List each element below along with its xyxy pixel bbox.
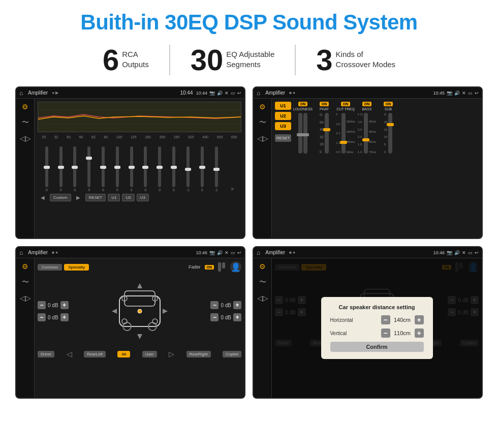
slider-thumb-1[interactable] [44, 166, 50, 169]
topbar-1: ⌂ Amplifier ● ▶ 10:44 10:44 📷 🔊 ✕ ▭ ↩ [16, 87, 244, 99]
eq-icon-2[interactable]: ⚙ [259, 103, 266, 111]
slider-thumb-7[interactable] [129, 166, 135, 169]
screen-main-2: U1 U2 U3 RESET ON LOUDNESS [272, 99, 482, 238]
sub-slider[interactable] [388, 113, 392, 154]
amp2-u3-btn[interactable]: U3 [275, 122, 291, 130]
bass-slider[interactable] [364, 113, 368, 154]
amp2-u1-btn[interactable]: U1 [275, 102, 291, 110]
phat-slider[interactable] [325, 113, 329, 154]
wave-icon-3[interactable]: 〜 [22, 278, 29, 287]
slider-thumb-4[interactable] [86, 157, 92, 160]
rr-plus-btn[interactable]: + [233, 313, 241, 321]
wave-icon-2[interactable]: 〜 [259, 118, 266, 127]
home-icon-1[interactable]: ⌂ [19, 89, 23, 97]
slider-thumb-3[interactable] [72, 166, 78, 169]
rearleft-btn-3[interactable]: RearLeft [84, 351, 106, 357]
eq-more-icon[interactable]: » [231, 186, 234, 192]
slider-thumb-10[interactable] [171, 166, 177, 169]
speaker-icon-4[interactable]: ◁▷ [257, 294, 268, 302]
cutfreq-slider[interactable] [341, 113, 346, 154]
eq-prev-btn[interactable]: ◀ [38, 194, 48, 201]
rr-minus-btn[interactable]: − [210, 313, 219, 321]
loudness-thumb2[interactable] [302, 133, 309, 136]
tab-specialty-3[interactable]: Specialty [64, 264, 88, 271]
rl-plus-btn[interactable]: + [60, 313, 69, 321]
eq-u1-btn[interactable]: U1 [108, 194, 120, 201]
eq-icon-3[interactable]: ⚙ [22, 262, 28, 271]
slider-thumb-13[interactable] [213, 168, 220, 171]
eq-sliders-row: 0 0 0 [38, 141, 241, 192]
vertical-minus-btn[interactable]: − [381, 328, 390, 338]
fl-plus-btn[interactable]: + [60, 301, 69, 309]
slider-track-3[interactable] [73, 146, 76, 187]
loudness-slider2[interactable] [303, 113, 307, 154]
user-btn-3[interactable]: User [142, 351, 157, 357]
home-icon-3[interactable]: ⌂ [19, 249, 23, 256]
slider-thumb-8[interactable] [142, 166, 148, 169]
eq-u3-btn[interactable]: U3 [137, 194, 149, 201]
horizontal-minus-btn[interactable]: − [381, 315, 390, 324]
home-icon-4[interactable]: ⌂ [257, 249, 260, 256]
eq-u2-btn[interactable]: U2 [122, 194, 134, 201]
eq-icon-4[interactable]: ⚙ [259, 262, 266, 271]
slider-track-5[interactable] [102, 146, 105, 187]
slider-track-13[interactable] [215, 146, 218, 187]
slider-thumb-9[interactable] [157, 166, 163, 169]
cutfreq-thumb[interactable] [340, 141, 347, 144]
all-btn-3[interactable]: All [117, 351, 130, 357]
speaker-icon-1[interactable]: ◁▷ [20, 134, 31, 142]
left-arrow-3[interactable]: ◁ [67, 350, 72, 358]
wave-icon-1[interactable]: 〜 [22, 118, 29, 127]
slider-thumb-6[interactable] [114, 166, 120, 169]
confirm-btn[interactable]: Confirm [330, 342, 424, 352]
speaker-icon-2[interactable]: ◁▷ [257, 134, 268, 142]
slider-track-7[interactable] [130, 146, 133, 187]
slider-thumb-2[interactable] [58, 166, 64, 169]
right-arrow-3[interactable]: ▷ [169, 350, 174, 358]
phat-thumb[interactable] [323, 128, 330, 131]
slider-track-2[interactable] [59, 146, 63, 187]
fader-on-3[interactable]: ON [205, 265, 214, 270]
speaker-icon-3[interactable]: ◁▷ [20, 294, 31, 302]
eq-reset-btn[interactable]: RESET [85, 194, 106, 201]
slider-track-8[interactable] [144, 146, 147, 187]
eq-slider-3: 0 [73, 146, 76, 192]
tab-common-3[interactable]: Common [38, 264, 62, 271]
driver-btn-3[interactable]: Driver [38, 351, 54, 357]
fr-minus-btn[interactable]: − [210, 301, 219, 309]
slider-track-4[interactable] [87, 146, 90, 187]
bass-thumb[interactable] [362, 138, 369, 141]
eq-custom-btn[interactable]: Custom [50, 194, 71, 201]
screen-body-3: ⚙ 〜 ◁▷ Common Specialty Fader ON [16, 258, 244, 398]
slider-thumb-12[interactable] [199, 166, 205, 169]
wave-icon-4[interactable]: 〜 [259, 278, 266, 287]
db-row-rl: − 0 dB + [38, 313, 69, 321]
slider-track-1[interactable] [45, 146, 48, 187]
fl-minus-btn[interactable]: − [38, 301, 46, 309]
copilot-btn-3[interactable]: Copilot [223, 351, 241, 357]
slider-thumb-11[interactable] [185, 168, 191, 171]
amp2-u2-btn[interactable]: U2 [275, 112, 291, 120]
rl-minus-btn[interactable]: − [38, 313, 46, 321]
vertical-plus-btn[interactable]: + [415, 328, 424, 338]
slider-track-6[interactable] [116, 146, 119, 187]
loudness-on-badge[interactable]: ON [298, 102, 308, 106]
eq-icon-1[interactable]: ⚙ [22, 103, 28, 111]
eq-play-btn[interactable]: ▶ [73, 194, 83, 201]
cutfreq-on-badge[interactable]: ON [341, 102, 351, 106]
amp2-reset-btn[interactable]: RESET [275, 134, 291, 142]
sub-on-badge[interactable]: ON [384, 102, 393, 106]
slider-track-10[interactable] [172, 146, 175, 187]
fr-plus-btn[interactable]: + [233, 301, 241, 309]
horizontal-plus-btn[interactable]: + [415, 315, 424, 324]
slider-track-12[interactable] [201, 146, 204, 187]
rearright-btn-3[interactable]: RearRight [186, 351, 211, 357]
bass-on-badge[interactable]: ON [362, 102, 372, 106]
sub-thumb[interactable] [387, 123, 394, 126]
slider-track-11[interactable] [186, 146, 190, 187]
camera-icon-4: 📷 [447, 250, 452, 255]
phat-on-badge[interactable]: ON [320, 102, 329, 106]
slider-track-9[interactable] [158, 146, 161, 187]
home-icon-2[interactable]: ⌂ [257, 89, 260, 97]
slider-thumb-5[interactable] [100, 166, 106, 169]
